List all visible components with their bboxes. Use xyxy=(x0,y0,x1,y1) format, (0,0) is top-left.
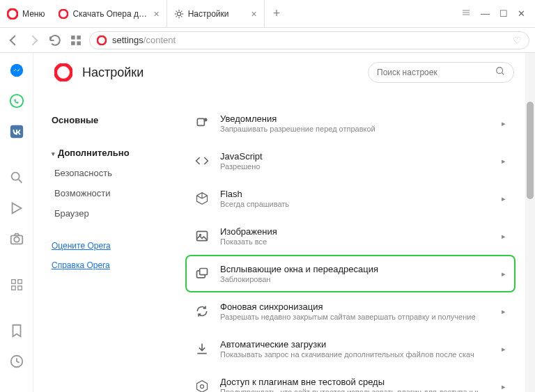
setting-text: УведомленияЗапрашивать разрешение перед … xyxy=(220,113,496,133)
setting-text: FlashВсегда спрашивать xyxy=(220,189,496,208)
svg-point-7 xyxy=(98,36,106,44)
bell-icon xyxy=(195,116,209,130)
setting-title: Автоматические загрузки xyxy=(220,339,496,350)
popup-icon xyxy=(195,267,209,281)
messenger-icon[interactable] xyxy=(9,63,24,78)
svg-point-28 xyxy=(201,385,204,389)
setting-text: Фоновая синхронизацияРазрешать недавно з… xyxy=(220,301,496,321)
magnifier-icon xyxy=(495,66,505,79)
bookmarks-icon[interactable] xyxy=(9,323,24,338)
easy-setup-icon[interactable] xyxy=(461,8,471,19)
sidebar-link-help[interactable]: Справка Opera xyxy=(52,256,173,275)
sidebar-item-advanced[interactable]: Дополнительно xyxy=(52,143,173,163)
setting-text: JavaScriptРазрешено xyxy=(220,151,496,171)
svg-point-8 xyxy=(10,64,22,77)
scroll-thumb[interactable] xyxy=(527,102,534,199)
chevron-right-icon: ▸ xyxy=(502,194,506,203)
setting-subtitle: Всегда спрашивать xyxy=(220,200,496,208)
chevron-right-icon: ▸ xyxy=(502,345,506,354)
sidebar-item-basic[interactable]: Основные xyxy=(52,110,173,130)
opera-logo-icon xyxy=(54,63,72,81)
tab-item[interactable]: Скачать Опера для комп × xyxy=(52,0,166,27)
chevron-right-icon: ▸ xyxy=(502,269,506,279)
opera-favicon-icon xyxy=(59,9,68,19)
code-icon xyxy=(195,154,209,168)
svg-point-13 xyxy=(14,237,19,242)
camera-icon[interactable] xyxy=(9,231,24,246)
whatsapp-icon[interactable] xyxy=(9,93,24,109)
svg-rect-4 xyxy=(77,36,81,40)
minimize-icon[interactable]: — xyxy=(481,8,490,19)
gear-favicon-icon xyxy=(174,9,184,19)
back-button[interactable] xyxy=(6,33,21,48)
setting-text: Всплывающие окна и переадресацияЗаблокир… xyxy=(220,264,496,283)
vk-icon[interactable] xyxy=(9,124,24,139)
setting-row[interactable]: Фоновая синхронизацияРазрешать недавно з… xyxy=(185,292,515,330)
forward-button[interactable] xyxy=(26,33,42,48)
apps-icon[interactable] xyxy=(9,277,24,292)
url-field[interactable]: settings/content ♡ xyxy=(89,31,529,49)
bookmark-icon[interactable]: ♡ xyxy=(513,35,522,46)
setting-subtitle: Показывать запрос на скачивание дополнит… xyxy=(220,350,496,359)
chevron-right-icon: ▸ xyxy=(502,119,506,128)
chevron-right-icon: ▸ xyxy=(502,382,506,391)
plugin-icon xyxy=(195,379,209,392)
setting-row[interactable]: Всплывающие окна и переадресацияЗаблокир… xyxy=(185,255,515,292)
search-input[interactable] xyxy=(377,68,495,77)
sidebar-item-features[interactable]: Возможности xyxy=(52,183,173,203)
setting-subtitle: Разрешено xyxy=(220,162,496,171)
scrollbar[interactable] xyxy=(525,53,535,392)
setting-row[interactable]: JavaScriptРазрешено▸ xyxy=(185,142,515,180)
tabs: Скачать Опера для комп × Настройки × + xyxy=(52,0,451,27)
setting-row[interactable]: УведомленияЗапрашивать разрешение перед … xyxy=(185,104,515,142)
svg-point-23 xyxy=(204,118,208,122)
sidebar-item-browser[interactable]: Браузер xyxy=(52,203,173,224)
sidebar-link-rate[interactable]: Оцените Opera xyxy=(52,236,173,256)
setting-title: Всплывающие окна и переадресация xyxy=(220,264,496,274)
tab-item[interactable]: Настройки × xyxy=(167,0,265,27)
settings-sidebar: Основные Дополнительно Безопасность Возм… xyxy=(33,92,173,392)
search-icon[interactable] xyxy=(9,170,24,185)
tab-close-icon[interactable]: × xyxy=(153,8,159,19)
left-rail xyxy=(0,53,33,392)
setting-subtitle: Запрашивать разрешение перед отправкой xyxy=(220,125,496,133)
new-tab-button[interactable]: + xyxy=(265,0,289,27)
setting-title: Доступ к плагинам вне тестовой среды xyxy=(220,377,496,387)
svg-point-0 xyxy=(8,9,17,19)
setting-row[interactable]: FlashВсегда спрашивать▸ xyxy=(185,180,515,217)
svg-point-2 xyxy=(177,12,180,15)
close-icon[interactable]: ✕ xyxy=(518,8,525,19)
opera-badge-icon xyxy=(97,36,107,45)
svg-rect-16 xyxy=(11,286,15,290)
maximize-icon[interactable]: ☐ xyxy=(499,8,508,19)
svg-point-9 xyxy=(10,95,22,107)
home-button[interactable] xyxy=(68,33,84,48)
setting-row[interactable]: ИзображенияПоказать все▸ xyxy=(185,217,515,255)
tab-label: Скачать Опера для комп xyxy=(72,9,149,19)
play-icon[interactable] xyxy=(9,201,24,216)
setting-subtitle: Заблокирован xyxy=(220,275,496,283)
sidebar-item-security[interactable]: Безопасность xyxy=(52,163,173,183)
menu-button[interactable]: Меню xyxy=(0,0,52,27)
setting-title: Flash xyxy=(220,189,496,199)
page-title: Настройки xyxy=(82,65,144,80)
setting-row[interactable]: Автоматические загрузкиПоказывать запрос… xyxy=(185,330,515,368)
svg-rect-15 xyxy=(17,280,22,284)
history-icon[interactable] xyxy=(9,354,24,369)
setting-title: Изображения xyxy=(220,226,496,237)
tab-close-icon[interactable]: × xyxy=(251,8,256,19)
url-text: settings/content xyxy=(112,35,176,45)
reload-button[interactable] xyxy=(47,33,63,48)
setting-text: ИзображенияПоказать все xyxy=(220,226,496,246)
setting-row[interactable]: Доступ к плагинам вне тестовой средыПред… xyxy=(185,368,515,392)
setting-title: Фоновая синхронизация xyxy=(220,301,496,312)
tab-label: Настройки xyxy=(188,9,229,19)
svg-rect-22 xyxy=(197,118,204,125)
page-header: Настройки xyxy=(33,53,535,92)
setting-text: Доступ к плагинам вне тестовой средыПред… xyxy=(220,377,496,392)
search-settings[interactable] xyxy=(368,62,514,83)
cube-icon xyxy=(195,191,209,205)
svg-point-1 xyxy=(59,9,68,17)
svg-rect-17 xyxy=(17,286,22,290)
sync-icon xyxy=(195,304,209,318)
